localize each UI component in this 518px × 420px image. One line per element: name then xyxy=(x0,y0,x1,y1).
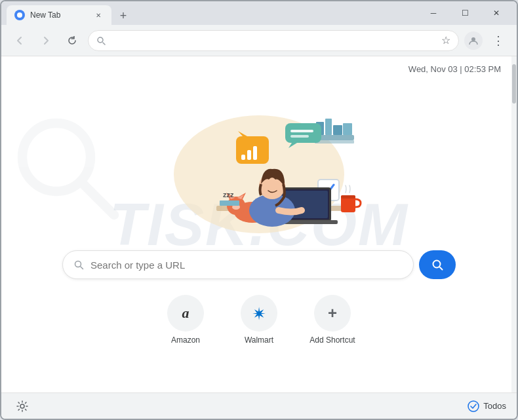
svg-rect-11 xyxy=(315,140,354,143)
shortcut-walmart[interactable]: Walmart xyxy=(233,295,285,345)
magnifier-watermark xyxy=(14,115,119,220)
profile-button[interactable] xyxy=(464,31,483,50)
forward-button[interactable] xyxy=(35,30,56,51)
search-icon xyxy=(96,36,106,45)
svg-point-2 xyxy=(471,37,475,41)
bottom-bar: Todos xyxy=(1,392,517,419)
address-bar[interactable]: ☆ xyxy=(88,30,459,51)
svg-point-3 xyxy=(22,123,90,191)
todos-button[interactable]: Todos xyxy=(468,400,506,412)
hero-illustration: zzz xyxy=(141,83,377,240)
svg-rect-41 xyxy=(220,200,239,206)
svg-rect-17 xyxy=(241,155,245,160)
maximize-button[interactable]: ☐ xyxy=(450,3,480,24)
tab-strip: New Tab ✕ + xyxy=(7,1,418,25)
search-input[interactable] xyxy=(90,259,403,271)
svg-point-45 xyxy=(468,401,479,411)
nav-bar: ☆ ⋮ xyxy=(1,25,517,56)
shortcut-add[interactable]: + Add Shortcut xyxy=(306,295,359,345)
bookmark-icon[interactable]: ☆ xyxy=(441,34,450,47)
todos-icon xyxy=(468,400,479,412)
browser-window: New Tab ✕ + ─ ☐ ✕ ☆ xyxy=(0,0,518,420)
scrollbar-thumb xyxy=(512,64,516,104)
shortcuts-row: a Amazon Walmart + Add Shortcut xyxy=(159,295,359,345)
url-input[interactable] xyxy=(111,35,436,46)
datetime-display: Wed, Nov 03 | 02:53 PM xyxy=(408,64,501,74)
shortcut-add-label: Add Shortcut xyxy=(309,335,355,345)
close-button[interactable]: ✕ xyxy=(481,3,511,24)
tab-title: New Tab xyxy=(30,10,88,20)
search-bar-icon xyxy=(73,259,84,270)
search-button[interactable] xyxy=(419,250,456,279)
svg-rect-8 xyxy=(325,119,332,135)
svg-point-1 xyxy=(98,37,103,43)
svg-point-44 xyxy=(20,404,24,408)
tab-favicon xyxy=(14,10,25,20)
todos-label: Todos xyxy=(483,401,506,411)
svg-rect-14 xyxy=(290,135,309,138)
settings-button[interactable] xyxy=(12,396,33,417)
svg-point-43 xyxy=(433,261,441,268)
search-input-wrapper[interactable] xyxy=(62,250,414,279)
menu-button[interactable]: ⋮ xyxy=(488,30,509,51)
svg-rect-12 xyxy=(285,123,321,143)
svg-point-42 xyxy=(75,261,81,267)
window-controls: ─ ☐ ✕ xyxy=(418,3,511,24)
shortcut-walmart-label: Walmart xyxy=(245,335,273,345)
svg-rect-16 xyxy=(236,136,269,164)
back-button[interactable] xyxy=(9,30,30,51)
datetime-text: Wed, Nov 03 | 02:53 PM xyxy=(408,64,501,74)
svg-rect-29 xyxy=(341,195,355,199)
main-content: TISK.COM Wed, Nov 03 | 02:53 PM xyxy=(1,56,517,392)
svg-line-4 xyxy=(83,183,114,215)
svg-rect-18 xyxy=(247,150,251,160)
reload-button[interactable] xyxy=(62,30,83,51)
shortcut-amazon[interactable]: a Amazon xyxy=(159,295,212,345)
shortcut-add-icon: + xyxy=(314,295,351,332)
search-area xyxy=(62,250,456,279)
svg-rect-10 xyxy=(343,123,352,135)
svg-rect-13 xyxy=(290,130,313,132)
tab-close-button[interactable]: ✕ xyxy=(93,10,104,20)
scrollbar[interactable] xyxy=(511,56,517,392)
shortcut-amazon-icon: a xyxy=(167,295,204,332)
svg-rect-9 xyxy=(333,125,342,135)
minimize-button[interactable]: ─ xyxy=(418,3,448,24)
tab-new-tab[interactable]: New Tab ✕ xyxy=(7,5,111,25)
svg-rect-19 xyxy=(253,146,257,160)
new-tab-button[interactable]: + xyxy=(114,7,132,25)
svg-point-0 xyxy=(17,12,22,18)
svg-text:zzz: zzz xyxy=(223,191,234,199)
shortcut-walmart-icon xyxy=(241,295,277,332)
shortcut-amazon-label: Amazon xyxy=(171,335,200,345)
title-bar: New Tab ✕ + ─ ☐ ✕ xyxy=(1,1,517,25)
